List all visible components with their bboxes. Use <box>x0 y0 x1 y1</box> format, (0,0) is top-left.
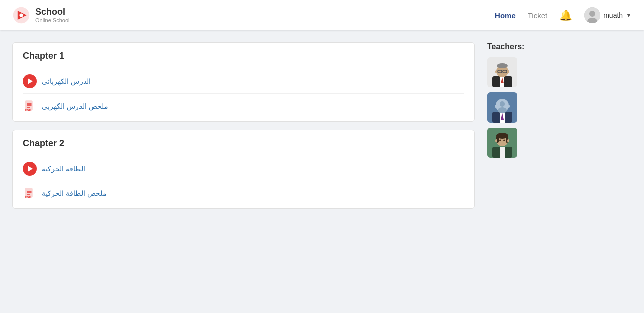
svg-point-19 <box>495 70 497 73</box>
svg-point-15 <box>497 63 508 68</box>
svg-point-4 <box>589 11 595 17</box>
svg-point-27 <box>498 107 507 113</box>
lesson-text: ملخص الطاقة الحركية <box>42 189 107 197</box>
lesson-item[interactable]: الطاقة الحركية <box>23 157 464 181</box>
pdf-icon: PDF <box>23 186 37 200</box>
chapter-2-title: Chapter 2 <box>23 138 464 149</box>
logo-icon <box>12 6 30 24</box>
svg-point-28 <box>495 105 497 108</box>
avatar <box>584 7 600 23</box>
lesson-item[interactable]: PDF ملخص الدرس الكهربي <box>23 94 464 113</box>
svg-point-40 <box>503 140 505 141</box>
teachers-label: Teachers: <box>487 42 547 51</box>
chapter-1-section: Chapter 1 الدرس الكهربائي PDF ملخص الدرس… <box>12 42 475 122</box>
logo-text-block: School Online School <box>35 7 70 23</box>
svg-point-26 <box>500 101 505 107</box>
logo-area: School Online School <box>12 6 70 24</box>
teacher-2-avatar[interactable] <box>487 92 517 123</box>
logo-title: School <box>35 7 70 17</box>
nav-home[interactable]: Home <box>495 11 516 20</box>
svg-rect-32 <box>500 147 505 158</box>
pdf-icon: PDF <box>23 99 37 113</box>
svg-point-2 <box>19 13 23 17</box>
svg-point-38 <box>507 139 509 142</box>
teachers-sidebar: Teachers: <box>487 42 547 217</box>
svg-point-29 <box>508 105 510 108</box>
nav-ticket[interactable]: Ticket <box>528 11 547 20</box>
nav-right: Home Ticket 🔔 muath ▼ <box>495 7 632 23</box>
content-area: Chapter 1 الدرس الكهربائي PDF ملخص الدرس… <box>12 42 475 217</box>
chapter-1-title: Chapter 1 <box>23 51 464 61</box>
bell-icon[interactable]: 🔔 <box>559 9 572 21</box>
play-icon <box>23 162 37 176</box>
svg-text:PDF: PDF <box>25 109 31 112</box>
play-icon <box>23 74 37 88</box>
svg-point-20 <box>507 70 509 73</box>
teacher-3-avatar[interactable] <box>487 128 517 158</box>
chapter-2-section: Chapter 2 الطاقة الحركية PDF ملخص الطاقة… <box>12 130 475 209</box>
teacher-1-avatar[interactable] <box>487 57 517 87</box>
lesson-text: ملخص الدرس الكهربي <box>42 102 108 110</box>
lesson-text: الطاقة الحركية <box>42 165 85 173</box>
svg-text:PDF: PDF <box>25 196 31 199</box>
logo-subtitle: Online School <box>35 17 70 23</box>
main-container: Chapter 1 الدرس الكهربائي PDF ملخص الدرس… <box>0 30 644 229</box>
svg-point-37 <box>495 139 497 142</box>
dropdown-arrow-icon[interactable]: ▼ <box>626 12 632 19</box>
lesson-text: الدرس الكهربائي <box>42 77 91 85</box>
user-name: muath <box>603 11 623 19</box>
lesson-item[interactable]: PDF ملخص الطاقة الحركية <box>23 181 464 200</box>
lesson-item[interactable]: الدرس الكهربائي <box>23 69 464 94</box>
header: School Online School Home Ticket 🔔 muath… <box>0 0 644 30</box>
user-area[interactable]: muath ▼ <box>584 7 632 23</box>
svg-point-39 <box>499 140 501 141</box>
